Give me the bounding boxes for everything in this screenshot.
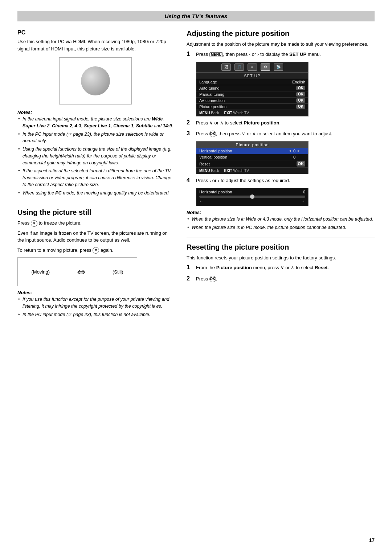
reset-ok-btn: OK — [297, 161, 306, 167]
adjust-picture-body: Adjustment to the position of the pictur… — [187, 41, 375, 48]
pic-pos-row-reset: Reset OK — [196, 160, 308, 168]
setup-manual-label: Manual tuning — [199, 92, 224, 97]
setup-language-label: Language — [199, 80, 217, 84]
step1-row: 1 Press MENU, then press ‹ or › to displ… — [187, 51, 375, 58]
step4-num: 4 — [187, 177, 193, 184]
adjust-note-2: When the picture size is in PC mode, the… — [187, 224, 375, 231]
pc-section: PC Use this setting for PC via HDMI. Whe… — [17, 29, 173, 196]
setup-av-label: AV connection — [199, 98, 225, 103]
vert-val-cell: 0 — [283, 155, 305, 159]
setup-picpos-ok: OK — [296, 104, 305, 109]
reset-step1-row: 1 From the Picture position menu, press … — [187, 264, 375, 271]
pic-pos-menu-title: Picture position — [196, 141, 308, 148]
adjust-picture-section: Adjusting the picture position Adjustmen… — [187, 29, 375, 231]
step2-num: 2 — [187, 119, 193, 126]
menu-icon-4-active: ⚙ — [261, 63, 270, 71]
reset-picture-body: This function resets your picture positi… — [187, 254, 375, 262]
setup-menu-footer: MENU Back EXIT Watch TV — [196, 110, 308, 116]
horiz-slider-thumb — [250, 194, 254, 199]
menu-icon-2: 🎵 — [234, 63, 244, 71]
pc-title: PC — [17, 29, 173, 36]
pic-pos-row-horiz: Horizontal position ◄ 0 ► — [196, 148, 308, 154]
pic-pos-footer: MENU Back EXIT Watch TV — [196, 168, 308, 174]
header-title: Using the TV's features — [164, 13, 227, 19]
pc-body: Use this setting for PC via HDMI. When r… — [17, 38, 173, 52]
picture-still-title: Using the picture still — [17, 208, 173, 217]
horiz-arrow-right: ► — [297, 149, 301, 153]
page-number: 17 — [369, 537, 375, 543]
setup-av-ok: OK — [296, 98, 305, 103]
setup-menu-box: 🖼 🎵 ≡ ⚙ 📡 SET UP Language English Auto t… — [196, 62, 309, 116]
vert-value: 0 — [293, 155, 295, 159]
setup-language-value: English — [292, 80, 305, 84]
adjust-note-1: When the picture size is in Wide or 4:3 … — [187, 216, 375, 223]
setup-menu-row-language: Language English — [196, 79, 308, 85]
still-moving-diagram: (Moving) ⇔ (Still) — [17, 257, 137, 286]
vert-label: Vertical position — [199, 155, 227, 159]
step1-text: Press MENU, then press ‹ or › to display… — [196, 51, 375, 58]
horiz-bar-label: Horizontal position — [199, 190, 232, 194]
setup-menu-row-manual: Manual tuning OK — [196, 91, 308, 98]
reset-step2-num: 2 — [187, 275, 193, 282]
step1-num: 1 — [187, 51, 193, 57]
ok-circle-btn: OK — [209, 131, 216, 137]
reset-ok-circle: OK — [209, 276, 216, 282]
reset-step2-text: Press OK. — [196, 275, 375, 283]
reset-step1-num: 1 — [187, 264, 193, 271]
still-arrows-icon: ⇔ — [77, 266, 85, 278]
setup-menu-row-auto: Auto tuning OK — [196, 85, 308, 91]
pic-pos-footer-watch: EXIT Watch TV — [224, 169, 249, 173]
pc-note-1: In the antenna input signal mode, the pi… — [17, 116, 173, 130]
pc-notes-list: In the antenna input signal mode, the pi… — [17, 116, 173, 196]
menu-icon-1: 🖼 — [221, 63, 231, 71]
pc-notes-label: Notes: — [17, 110, 173, 115]
picture-still-body2: Even if an image is frozen on the TV scr… — [17, 230, 173, 244]
pc-image-box — [59, 57, 132, 104]
setup-menu-row-picpos: Picture position OK — [196, 104, 308, 110]
reset-label: Reset — [199, 162, 210, 166]
pc-note-3: Using the special functions to change th… — [17, 146, 173, 166]
right-column: Adjusting the picture position Adjustmen… — [187, 29, 375, 286]
adjust-picture-title: Adjusting the picture position — [187, 29, 375, 38]
reset-step2-row: 2 Press OK. — [187, 275, 375, 283]
pc-note-5: When using the PC mode, the moving image… — [17, 190, 173, 197]
step2-row: 2 Press ∨ or ∧ to select Picture positio… — [187, 119, 375, 127]
moving-label: (Moving) — [31, 269, 50, 275]
reset-step1-text: From the Picture position menu, press ∨ … — [196, 264, 375, 271]
setup-menu-row-av: AV connection OK — [196, 98, 308, 104]
still-notes-list: If you use this function except for the … — [17, 296, 173, 318]
adjust-notes-label: Notes: — [187, 210, 375, 215]
still-note-1: If you use this function except for the … — [17, 296, 173, 310]
horiz-val-cell: ◄ 0 ► — [283, 149, 305, 153]
setup-footer-watch: EXIT Watch TV — [224, 111, 249, 115]
step3-num: 3 — [187, 130, 193, 137]
setup-auto-label: Auto tuning — [199, 86, 220, 90]
left-column: PC Use this setting for PC via HDMI. Whe… — [17, 29, 173, 320]
setup-menu-icons: 🖼 🎵 ≡ ⚙ 📡 — [196, 62, 308, 73]
horiz-arrow-left: ◄ — [288, 149, 292, 153]
setup-menu-title: SET UP — [196, 73, 308, 79]
picture-still-body3: To return to a moving picture, press ▼ a… — [17, 247, 173, 254]
divider-2 — [187, 238, 375, 238]
step3-row: 3 Press OK, then press ∨ or ∧ to select … — [187, 130, 375, 138]
horiz-label: Horizontal position — [199, 149, 232, 153]
header-bar: Using the TV's features — [17, 11, 375, 21]
pic-pos-row-vert: Vertical position 0 — [196, 154, 308, 160]
pic-pos-menu-box: Picture position Horizontal position ◄ 0… — [196, 141, 309, 174]
horiz-slider-track — [199, 196, 305, 198]
pc-note-4: If the aspect ratio of the selected form… — [17, 168, 173, 188]
still-notes-label: Notes: — [17, 290, 173, 295]
picture-still-body1: Press ▼ to freeze the picture. — [17, 219, 173, 227]
horiz-left-arrow: ← — [199, 198, 204, 204]
horiz-bar-box: Horizontal position 0 ← → — [196, 188, 309, 206]
freeze-btn-icon: ▼ — [31, 220, 37, 227]
return-btn-icon: ▼ — [93, 247, 99, 254]
adjust-notes-list: When the picture size is in Wide or 4:3 … — [187, 216, 375, 231]
step2-text: Press ∨ or ∧ to select Picture position. — [196, 119, 375, 127]
menu-icon-5: 📡 — [274, 63, 283, 71]
setup-manual-ok: OK — [296, 92, 305, 97]
step4-row: 4 Press ‹ or › to adjust the settings as… — [187, 177, 375, 184]
menu-icon-3: ≡ — [248, 63, 257, 71]
still-note-2: In the PC input mode (☞ page 23), this f… — [17, 311, 173, 318]
horiz-bar-value: 0 — [303, 190, 305, 194]
